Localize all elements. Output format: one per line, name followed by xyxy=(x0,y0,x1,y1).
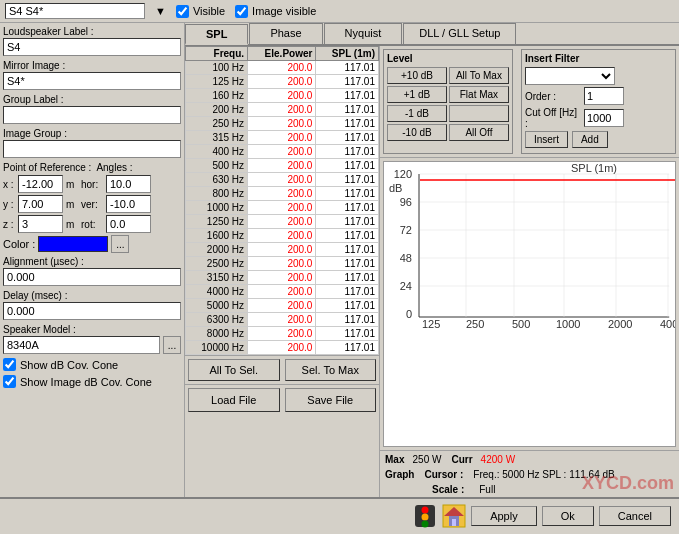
sel-to-max-btn[interactable]: Sel. To Max xyxy=(285,359,377,381)
cutoff-input[interactable] xyxy=(584,109,624,127)
spl-cell: 117.01 xyxy=(316,159,379,173)
table-row[interactable]: 8000 Hz 117.01 xyxy=(186,327,379,341)
image-group-input[interactable] xyxy=(3,140,181,158)
x-input[interactable] xyxy=(18,175,63,193)
power-cell[interactable] xyxy=(248,75,316,89)
freq-cell: 125 Hz xyxy=(186,75,248,89)
table-row[interactable]: 1600 Hz 117.01 xyxy=(186,229,379,243)
table-row[interactable]: 500 Hz 117.01 xyxy=(186,159,379,173)
table-row[interactable]: 1250 Hz 117.01 xyxy=(186,215,379,229)
tab-phase[interactable]: Phase xyxy=(249,23,322,44)
flat-max-btn[interactable]: Flat Max xyxy=(449,86,509,103)
power-cell[interactable] xyxy=(248,187,316,201)
visible-checkbox-group[interactable]: Visible xyxy=(176,5,225,18)
power-cell[interactable] xyxy=(248,201,316,215)
traffic-light-icon xyxy=(413,504,437,528)
power-cell[interactable] xyxy=(248,89,316,103)
visible-checkbox[interactable] xyxy=(176,5,189,18)
table-row[interactable]: 4000 Hz 117.01 xyxy=(186,285,379,299)
table-row[interactable]: 250 Hz 117.01 xyxy=(186,117,379,131)
table-row[interactable]: 100 Hz 117.01 xyxy=(186,61,379,75)
speaker-model-btn[interactable]: ... xyxy=(163,336,181,354)
ver-input[interactable] xyxy=(106,195,151,213)
table-row[interactable]: 400 Hz 117.01 xyxy=(186,145,379,159)
all-to-sel-btn[interactable]: All To Sel. xyxy=(188,359,280,381)
table-row[interactable]: 200 Hz 117.01 xyxy=(186,103,379,117)
cancel-btn[interactable]: Cancel xyxy=(599,506,671,526)
arrow-btn[interactable]: ▼ xyxy=(155,5,166,17)
power-cell[interactable] xyxy=(248,229,316,243)
power-cell[interactable] xyxy=(248,327,316,341)
hor-input[interactable] xyxy=(106,175,151,193)
table-row[interactable]: 1000 Hz 117.01 xyxy=(186,201,379,215)
power-cell[interactable] xyxy=(248,215,316,229)
power-cell[interactable] xyxy=(248,313,316,327)
power-cell[interactable] xyxy=(248,271,316,285)
color-label: Color : xyxy=(3,238,35,250)
power-cell[interactable] xyxy=(248,117,316,131)
power-cell[interactable] xyxy=(248,61,316,75)
tab-spl[interactable]: SPL xyxy=(185,24,248,45)
load-file-btn[interactable]: Load File xyxy=(188,388,280,412)
loudspeaker-input[interactable]: S4 xyxy=(3,38,181,56)
power-cell[interactable] xyxy=(248,131,316,145)
table-row[interactable]: 3150 Hz 117.01 xyxy=(186,271,379,285)
table-row[interactable]: 160 Hz 117.01 xyxy=(186,89,379,103)
speaker-model-input[interactable] xyxy=(3,336,160,354)
power-cell[interactable] xyxy=(248,145,316,159)
table-row[interactable]: 2000 Hz 117.01 xyxy=(186,243,379,257)
all-off-btn[interactable]: All Off xyxy=(449,124,509,141)
spl-cell: 117.01 xyxy=(316,341,379,355)
z-input[interactable] xyxy=(18,215,63,233)
table-row[interactable]: 5000 Hz 117.01 xyxy=(186,299,379,313)
color-box[interactable] xyxy=(38,236,108,252)
plus10db-btn[interactable]: +10 dB xyxy=(387,67,447,84)
minus10db-btn[interactable]: -10 dB xyxy=(387,124,447,141)
tab-dll-gll[interactable]: DLL / GLL Setup xyxy=(403,23,516,44)
spl-cell: 117.01 xyxy=(316,299,379,313)
color-picker-btn[interactable]: ... xyxy=(111,235,129,253)
show-db-checkbox[interactable] xyxy=(3,358,16,371)
alignment-input[interactable] xyxy=(3,268,181,286)
power-cell[interactable] xyxy=(248,103,316,117)
ok-btn[interactable]: Ok xyxy=(542,506,594,526)
curr-value: 4200 W xyxy=(481,454,515,465)
minus1db-btn[interactable]: -1 dB xyxy=(387,105,447,122)
table-row[interactable]: 800 Hz 117.01 xyxy=(186,187,379,201)
power-cell[interactable] xyxy=(248,341,316,355)
filter-select-row xyxy=(525,67,672,85)
delay-input[interactable] xyxy=(3,302,181,320)
filter-type-select[interactable] xyxy=(525,67,615,85)
device-input[interactable]: S4 S4* xyxy=(5,3,145,19)
apply-btn[interactable]: Apply xyxy=(471,506,537,526)
image-visible-checkbox-group[interactable]: Image visible xyxy=(235,5,316,18)
show-image-db-checkbox[interactable] xyxy=(3,375,16,388)
table-row[interactable]: 125 Hz 117.01 xyxy=(186,75,379,89)
rot-input[interactable] xyxy=(106,215,151,233)
table-row[interactable]: 6300 Hz 117.01 xyxy=(186,313,379,327)
power-cell[interactable] xyxy=(248,257,316,271)
power-cell[interactable] xyxy=(248,285,316,299)
spl-graph: 120 96 72 48 24 0 dB 125 250 500 xyxy=(384,162,675,446)
power-cell[interactable] xyxy=(248,173,316,187)
add-btn[interactable]: Add xyxy=(572,131,608,148)
mirror-input[interactable]: S4* xyxy=(3,72,181,90)
insert-btn[interactable]: Insert xyxy=(525,131,568,148)
group-input[interactable] xyxy=(3,106,181,124)
power-cell[interactable] xyxy=(248,159,316,173)
y-input[interactable] xyxy=(18,195,63,213)
all-to-max-btn[interactable]: All To Max xyxy=(449,67,509,84)
image-visible-checkbox[interactable] xyxy=(235,5,248,18)
freq-cell: 3150 Hz xyxy=(186,271,248,285)
table-row[interactable]: 630 Hz 117.01 xyxy=(186,173,379,187)
order-input[interactable] xyxy=(584,87,624,105)
empty-btn xyxy=(449,105,509,122)
plus1db-btn[interactable]: +1 dB xyxy=(387,86,447,103)
save-file-btn[interactable]: Save File xyxy=(285,388,377,412)
tab-nyquist[interactable]: Nyquist xyxy=(324,23,403,44)
table-row[interactable]: 10000 Hz 117.01 xyxy=(186,341,379,355)
table-row[interactable]: 315 Hz 117.01 xyxy=(186,131,379,145)
power-cell[interactable] xyxy=(248,299,316,313)
table-row[interactable]: 2500 Hz 117.01 xyxy=(186,257,379,271)
power-cell[interactable] xyxy=(248,243,316,257)
